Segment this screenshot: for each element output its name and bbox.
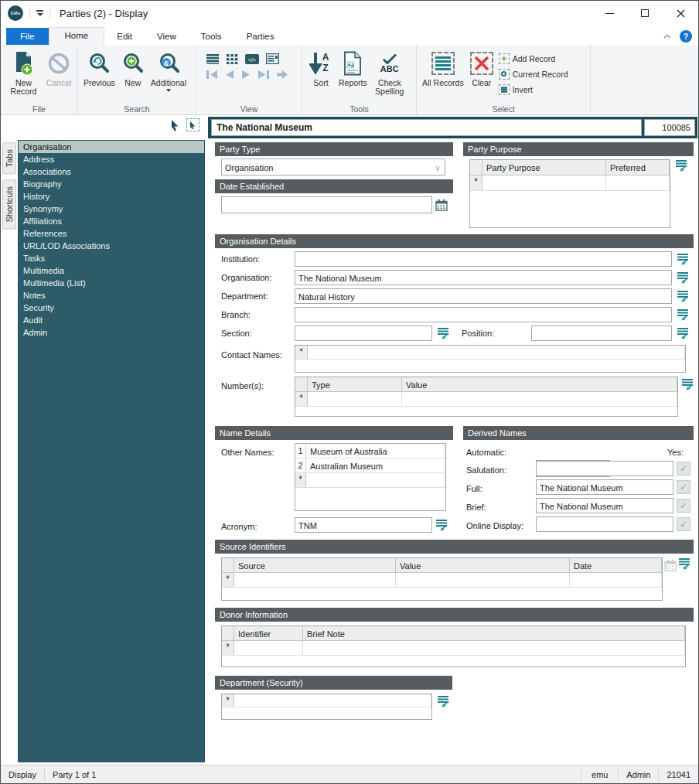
rail-tab-tabs[interactable]: Tabs (2, 142, 16, 174)
lookup-list-icon[interactable] (672, 271, 689, 284)
previous-search-button[interactable]: Previous (81, 47, 118, 90)
list-view-icon[interactable] (206, 53, 220, 64)
online-display-input[interactable] (536, 516, 673, 532)
collapse-ribbon-icon[interactable] (663, 34, 672, 39)
select-region-icon[interactable] (186, 118, 199, 131)
grid-cell[interactable] (306, 473, 445, 487)
tab-view[interactable]: View (145, 29, 189, 45)
department-security-list[interactable]: * (221, 694, 432, 720)
lookup-list-icon[interactable] (672, 253, 689, 265)
grid-cell[interactable] (570, 573, 662, 587)
organisation-input[interactable]: The National Museum (295, 270, 672, 285)
maximize-button[interactable] (627, 1, 663, 26)
sidebar-item-biography[interactable]: Biography (19, 178, 204, 190)
salutation-yes-checkbox[interactable]: ✓ (677, 462, 690, 476)
first-record-icon[interactable] (206, 70, 219, 80)
full-name-input[interactable]: The National Museum (536, 479, 673, 495)
calendar-icon[interactable] (435, 199, 448, 211)
position-input[interactable] (531, 326, 672, 341)
sidebar-item-tasks[interactable]: Tasks (19, 252, 204, 264)
sidebar-item-affiliations[interactable]: Affiliations (19, 215, 204, 227)
goto-record-icon[interactable] (275, 70, 289, 80)
sidebar-item-audit[interactable]: Audit (19, 314, 204, 326)
reports-button[interactable]: Reports (336, 47, 370, 90)
other-name-value[interactable]: Australian Museum (306, 458, 445, 472)
clear-selection-button[interactable]: Clear (466, 47, 497, 90)
lookup-list-icon[interactable] (678, 557, 690, 570)
sidebar-item-associations[interactable]: Associations (19, 165, 204, 178)
salutation-input[interactable] (536, 461, 673, 476)
grid-cell[interactable] (308, 346, 685, 359)
party-type-select[interactable]: Organisation ∨ (221, 159, 445, 176)
minimize-button[interactable] (592, 1, 627, 26)
sidebar-item-history[interactable]: History (19, 190, 204, 203)
close-button[interactable] (663, 1, 698, 26)
lookup-list-icon[interactable] (672, 308, 689, 321)
grid-cell[interactable] (402, 392, 677, 406)
full-yes-checkbox[interactable]: ✓ (677, 480, 690, 494)
other-name-value[interactable]: Museum of Australia (306, 444, 445, 458)
sort-button[interactable]: A Z Sort (305, 47, 336, 90)
previous-record-icon[interactable] (224, 70, 235, 80)
last-record-icon[interactable] (257, 70, 270, 80)
sidebar-item-organisation[interactable]: Organisation (19, 141, 204, 153)
department-input[interactable]: Natural History (295, 288, 672, 304)
lookup-list-icon[interactable] (432, 327, 449, 339)
brief-name-input[interactable]: The National Museum (536, 498, 673, 513)
new-record-button[interactable]: New Record (4, 47, 43, 98)
lookup-list-icon[interactable] (672, 290, 689, 302)
grid-cell[interactable] (606, 176, 670, 190)
numbers-grid[interactable]: Type Value * (295, 377, 678, 417)
new-search-button[interactable]: New (118, 47, 148, 90)
sidebar-item-notes[interactable]: Notes (19, 289, 204, 302)
source-identifiers-grid[interactable]: Source Value Date * (221, 557, 663, 601)
grid-view-icon[interactable] (227, 53, 238, 64)
brief-yes-checkbox[interactable]: ✓ (677, 499, 690, 513)
section-input[interactable] (295, 326, 432, 341)
invert-selection-button[interactable]: Invert (499, 83, 568, 96)
date-established-input[interactable] (221, 196, 432, 213)
sidebar-item-url-lod[interactable]: URL/LOD Associations (19, 240, 204, 252)
tab-file[interactable]: File (6, 28, 49, 45)
tab-tools[interactable]: Tools (189, 29, 234, 45)
code-view-icon[interactable]: </> (245, 54, 259, 64)
all-records-button[interactable]: All Records (420, 47, 466, 90)
quick-access-dropdown-icon[interactable] (36, 10, 43, 16)
grid-cell[interactable] (396, 573, 570, 587)
grid-cell[interactable] (234, 641, 303, 655)
contact-names-list[interactable]: * (295, 345, 686, 373)
sidebar-item-multimedia-list[interactable]: Multimedia (List) (19, 277, 204, 289)
lookup-list-icon[interactable] (681, 378, 694, 390)
tab-edit[interactable]: Edit (104, 29, 145, 45)
tab-home[interactable]: Home (49, 27, 105, 45)
lookup-list-icon[interactable] (672, 327, 689, 339)
tab-parties[interactable]: Parties (234, 29, 287, 45)
acronym-input[interactable]: TNM (295, 517, 432, 533)
check-spelling-button[interactable]: ABC Check Spelling (370, 47, 410, 98)
sidebar-item-synonymy[interactable]: Synonymy (19, 203, 204, 215)
online-display-yes-checkbox[interactable]: ✓ (677, 517, 690, 531)
help-icon[interactable]: ? (680, 30, 692, 43)
sidebar-item-multimedia[interactable]: Multimedia (19, 264, 204, 277)
current-record-button[interactable]: Current Record (499, 67, 568, 80)
lookup-list-icon[interactable] (437, 695, 449, 707)
sidebar-item-address[interactable]: Address (19, 153, 204, 165)
add-record-button[interactable]: + Add Record (499, 52, 568, 65)
sidebar-item-admin[interactable]: Admin (19, 326, 204, 339)
pointer-icon[interactable] (169, 119, 180, 131)
cancel-button[interactable]: Cancel (43, 47, 74, 90)
details-view-icon[interactable] (266, 53, 279, 64)
party-purpose-grid[interactable]: Party Purpose Preferred * (469, 159, 670, 228)
next-record-icon[interactable] (240, 70, 251, 80)
sidebar-item-security[interactable]: Security (19, 302, 204, 314)
grid-cell[interactable] (234, 694, 431, 707)
rail-tab-shortcuts[interactable]: Shortcuts (2, 179, 16, 229)
donor-information-grid[interactable]: Identifier Brief Note * (221, 625, 686, 667)
grid-cell[interactable] (234, 573, 396, 587)
other-names-list[interactable]: 1 Museum of Australia 2 Australian Museu… (295, 443, 446, 511)
lookup-list-icon[interactable] (435, 519, 448, 531)
sidebar-item-references[interactable]: References (19, 227, 204, 240)
branch-input[interactable] (295, 307, 672, 322)
grid-cell[interactable] (482, 176, 606, 190)
institution-input[interactable] (295, 251, 672, 267)
